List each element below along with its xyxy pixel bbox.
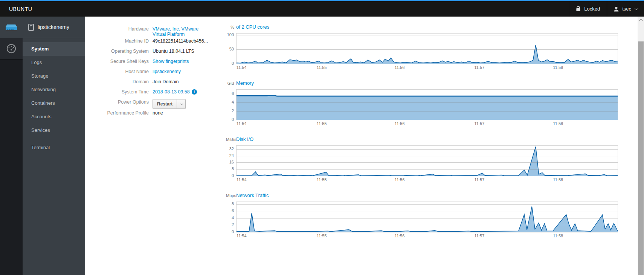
host-name-link[interactable]: lipstickenemy: [153, 69, 181, 74]
info-row: Operating SystemUbuntu 18.04.1 LTS: [90, 47, 226, 57]
sidebar-item-storage[interactable]: Storage: [23, 69, 85, 83]
x-axis-tick: 11:58: [553, 177, 563, 182]
y-axis-tick: 100: [223, 32, 234, 37]
info-text: none: [153, 110, 163, 116]
info-row: HardwareVMware, Inc. VMwareVirtual Platf…: [90, 25, 226, 37]
info-label: Performance Profile: [90, 109, 153, 116]
y-axis-tick: 4: [223, 215, 234, 220]
chart-plot-area: 08162432: [236, 145, 618, 176]
sidebar-item-logs[interactable]: Logs: [23, 56, 85, 69]
info-value: Join Domain: [153, 78, 179, 84]
y-axis-tick: 8: [223, 167, 234, 171]
info-row: Host Namelipstickenemy: [90, 67, 226, 78]
info-label: System Time: [90, 88, 153, 95]
chart-title-link[interactable]: Network Traffic: [236, 192, 269, 198]
y-axis-tick: 24: [223, 153, 234, 158]
chevron-down-icon: [180, 102, 183, 105]
x-axis-tick: 11:54: [237, 121, 247, 126]
x-axis-tick: 11:55: [317, 234, 327, 238]
info-label: Secure Shell Keys: [90, 57, 153, 64]
host-header[interactable]: lipstickenemy: [23, 17, 85, 38]
info-row: Secure Shell KeysShow fingerprints: [90, 57, 226, 67]
info-value: none: [153, 109, 163, 116]
locked-indicator[interactable]: Locked: [569, 1, 607, 17]
sidebar-item-system[interactable]: System: [23, 42, 85, 56]
chart-plot-area: 0246: [236, 89, 618, 120]
sidebar-item-containers[interactable]: Containers: [23, 96, 85, 110]
sidebar-item-terminal[interactable]: Terminal: [23, 141, 85, 154]
info-row: System Time2018-08-13 09:58i: [90, 88, 226, 98]
user-menu[interactable]: tsec: [607, 1, 644, 17]
app-server-button[interactable]: [0, 17, 23, 38]
gridline: [237, 94, 618, 94]
info-label: Domain: [90, 78, 153, 84]
sidebar-item-services[interactable]: Services: [23, 124, 85, 137]
chart-unit-label: %: [226, 25, 236, 29]
hardware-link[interactable]: VMware, Inc. VMwareVirtual Platform: [153, 26, 198, 37]
power-options-caret-button[interactable]: [177, 99, 186, 109]
sidebar-item-accounts[interactable]: Accounts: [23, 110, 85, 124]
y-axis-tick: 50: [223, 47, 234, 51]
info-row: Power OptionsRestart: [90, 98, 226, 109]
y-axis-tick: 6: [223, 208, 234, 213]
x-axis-tick: 11:57: [475, 234, 485, 238]
x-axis-tick: 11:57: [475, 121, 485, 126]
y-axis-tick: 0: [223, 61, 234, 66]
gridline: [237, 204, 618, 205]
gridline: [237, 169, 618, 170]
info-row: DomainJoin Domain: [90, 78, 226, 88]
y-axis-tick: 2: [223, 222, 234, 227]
gridline: [237, 162, 618, 163]
sidebar-nav: SystemLogsStorageNetworkingContainersAcc…: [23, 38, 85, 154]
x-axis-tick: 11:54: [237, 65, 247, 70]
info-value: VMware, Inc. VMwareVirtual Platform: [153, 25, 198, 37]
x-axis-labels: 11:5411:5511:5611:5711:58: [236, 121, 618, 127]
chart-unit-label: MiB/s: [226, 137, 236, 142]
system-time-link[interactable]: 2018-08-13 09:58: [153, 89, 190, 95]
info-value: lipstickenemy: [153, 67, 181, 74]
x-axis-tick: 11:56: [395, 121, 405, 126]
sidebar: lipstickenemy SystemLogsStorageNetworkin…: [23, 17, 85, 275]
x-axis-labels: 11:5411:5511:5611:5711:58: [236, 234, 618, 239]
restart-button[interactable]: Restart: [153, 99, 177, 109]
y-axis-tick: 2: [223, 108, 234, 113]
info-label: Hardware: [90, 25, 153, 32]
info-value: Restart: [153, 98, 186, 109]
x-axis-tick: 11:58: [553, 121, 563, 126]
chart-title-link[interactable]: Disk I/O: [236, 136, 253, 142]
server-icon: [5, 23, 17, 32]
chart-of-2-cpu-cores: %of 2 CPU cores05010011:5411:5511:5611:5…: [226, 24, 618, 70]
gridline: [237, 49, 618, 50]
chart-title-link[interactable]: Memory: [236, 80, 254, 86]
info-label: Operating System: [90, 47, 153, 54]
info-circle-icon[interactable]: i: [192, 89, 197, 95]
scrollbar[interactable]: [638, 17, 644, 275]
x-axis-tick: 11:56: [395, 234, 405, 238]
y-axis-tick: 4: [223, 100, 234, 104]
scroll-up-button[interactable]: [638, 17, 644, 23]
gridline: [237, 111, 618, 112]
user-icon: [614, 6, 619, 12]
info-text: Join Domain: [153, 79, 179, 84]
info-text: Ubuntu 18.04.1 LTS: [153, 49, 194, 54]
info-label: Machine ID: [90, 37, 153, 44]
app-dashboard-button[interactable]: [0, 38, 23, 60]
chart-memory: GiBMemory024611:5411:5511:5611:5711:58: [226, 80, 618, 127]
chart-unit-label: Mbps: [226, 193, 236, 198]
chart-unit-label: GiB: [226, 81, 236, 86]
x-axis-tick: 11:55: [317, 65, 327, 70]
gridline: [237, 35, 618, 35]
gridline: [237, 211, 618, 211]
chevron-down-icon: [635, 6, 638, 10]
chart-title-link[interactable]: of 2 CPU cores: [236, 24, 269, 30]
y-axis-tick: 0: [223, 173, 234, 178]
secure-shell-keys-link[interactable]: Show fingerprints: [153, 59, 189, 64]
scrollbar-thumb[interactable]: [638, 41, 644, 275]
sidebar-item-networking[interactable]: Networking: [23, 83, 85, 96]
gridline: [237, 149, 618, 150]
info-label: Host Name: [90, 67, 153, 74]
x-axis-tick: 11:56: [395, 177, 405, 182]
locked-label: Locked: [584, 6, 600, 12]
y-axis-tick: 0: [223, 229, 234, 234]
chart-network-traffic: MbpsNetwork Traffic0246811:5411:5511:561…: [226, 192, 618, 239]
